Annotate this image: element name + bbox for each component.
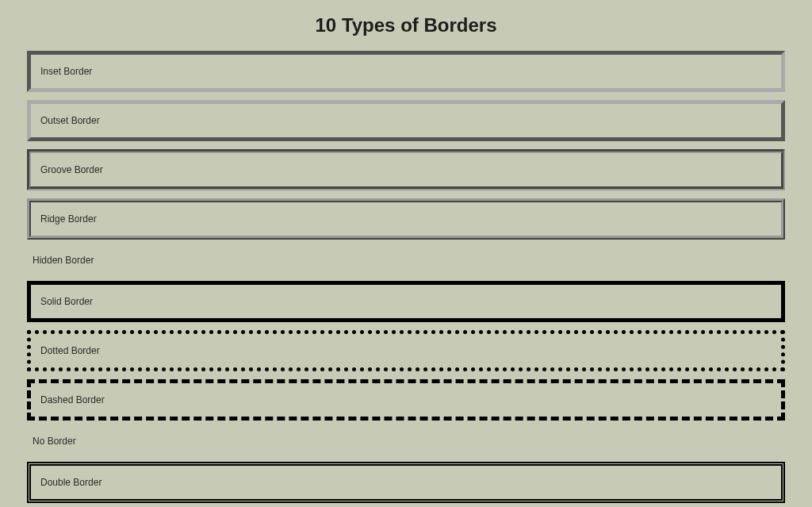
page-title: 10 Types of Borders — [27, 14, 785, 36]
border-example-solid: Solid Border — [27, 281, 785, 322]
border-example-outset: Outset Border — [27, 100, 785, 141]
border-example-ridge: Ridge Border — [27, 198, 785, 240]
border-example-groove: Groove Border — [27, 149, 785, 190]
border-example-dotted: Dotted Border — [27, 330, 785, 371]
border-example-none: No Border — [27, 428, 785, 454]
border-example-dashed: Dashed Border — [27, 379, 785, 421]
border-example-hidden: Hidden Border — [27, 248, 785, 273]
border-example-double: Double Border — [27, 462, 785, 503]
border-example-inset: Inset Border — [27, 51, 785, 92]
